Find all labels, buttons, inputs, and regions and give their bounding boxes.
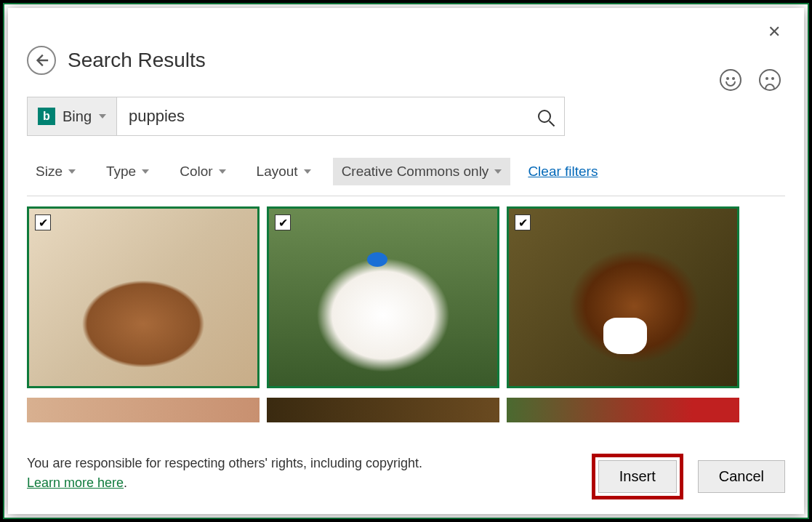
filter-layout[interactable]: Layout	[248, 158, 320, 185]
chevron-down-icon	[494, 169, 502, 174]
search-icon	[538, 110, 551, 123]
arrow-left-icon	[33, 52, 49, 68]
search-provider-dropdown[interactable]: b Bing	[28, 97, 117, 135]
result-thumb[interactable]: ✔	[267, 206, 499, 388]
insert-button-highlight: Insert	[592, 454, 683, 499]
filter-size[interactable]: Size	[27, 158, 84, 185]
insert-pictures-dialog: ✕ Search Results b Bing Size Typ	[8, 8, 804, 514]
filter-type[interactable]: Type	[97, 158, 158, 185]
disclaimer-text: You are responsible for respecting other…	[27, 454, 422, 493]
search-input[interactable]	[117, 97, 525, 135]
select-checkbox[interactable]: ✔	[515, 214, 531, 230]
result-thumb-partial[interactable]	[267, 398, 499, 422]
chevron-down-icon	[142, 169, 149, 174]
insert-button[interactable]: Insert	[598, 460, 677, 493]
chevron-down-icon	[304, 169, 311, 174]
dialog-title: Search Results	[68, 49, 206, 72]
back-button[interactable]	[27, 46, 56, 75]
chevron-down-icon	[68, 169, 76, 174]
select-checkbox[interactable]: ✔	[35, 214, 51, 230]
smile-feedback-icon[interactable]	[720, 69, 741, 91]
result-thumb-partial[interactable]	[507, 398, 739, 422]
chevron-down-icon	[99, 114, 106, 119]
filter-bar: Size Type Color Layout Creative Commons …	[27, 158, 785, 196]
results-grid: ✔ ✔ ✔	[27, 206, 785, 425]
learn-more-link[interactable]: Learn more here	[27, 475, 124, 490]
filter-color[interactable]: Color	[171, 158, 234, 185]
search-button[interactable]	[525, 97, 564, 135]
bing-icon: b	[38, 108, 55, 125]
result-thumb[interactable]: ✔	[507, 206, 739, 388]
result-thumb[interactable]: ✔	[27, 206, 260, 388]
select-checkbox[interactable]: ✔	[275, 214, 291, 230]
frown-feedback-icon[interactable]	[759, 69, 781, 91]
clear-filters-link[interactable]: Clear filters	[528, 164, 598, 180]
chevron-down-icon	[219, 169, 226, 174]
provider-label: Bing	[63, 108, 92, 125]
close-icon[interactable]: ✕	[763, 21, 785, 43]
search-bar: b Bing	[27, 97, 565, 136]
cancel-button[interactable]: Cancel	[698, 460, 785, 493]
result-thumb-partial[interactable]	[27, 398, 260, 422]
filter-creative-commons[interactable]: Creative Commons only	[333, 158, 511, 185]
